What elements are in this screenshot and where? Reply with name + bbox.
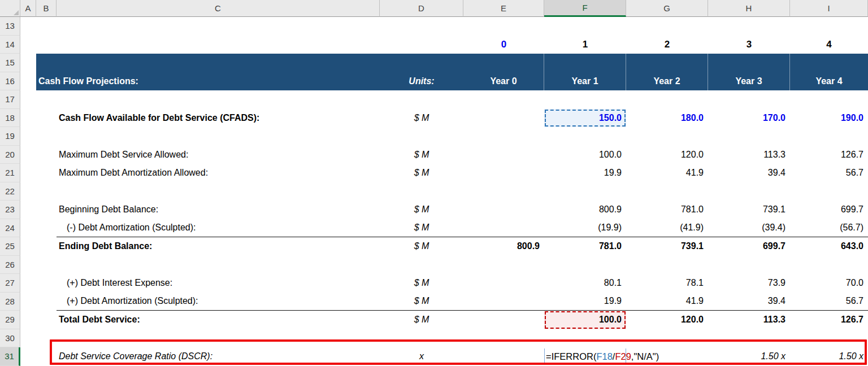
cell-E16[interactable]: Year 0 bbox=[463, 72, 544, 91]
row-header-21[interactable]: 21 bbox=[0, 164, 20, 182]
cell-B28[interactable] bbox=[36, 293, 57, 311]
cell-H20[interactable]: 113.3 bbox=[708, 146, 790, 164]
cell-C30[interactable] bbox=[57, 329, 380, 348]
cell-C27[interactable]: (+) Debt Interest Expense: bbox=[57, 274, 380, 293]
cell-C26[interactable] bbox=[57, 256, 380, 274]
cell-B26[interactable] bbox=[36, 256, 57, 274]
cell-I31[interactable]: 1.50 x bbox=[790, 347, 868, 366]
cell-D18[interactable]: $ M bbox=[380, 109, 463, 128]
cell-B23[interactable] bbox=[36, 201, 57, 219]
cell-F17[interactable] bbox=[544, 90, 626, 109]
cell-H25[interactable]: 699.7 bbox=[708, 237, 790, 256]
row-header-22[interactable]: 22 bbox=[0, 182, 20, 201]
cell-A31[interactable] bbox=[20, 347, 36, 366]
cell-I19[interactable] bbox=[790, 127, 868, 146]
cell-B18[interactable] bbox=[36, 109, 57, 128]
cell-F22[interactable] bbox=[544, 182, 626, 201]
cell-E13[interactable] bbox=[463, 17, 544, 36]
cell-D28[interactable]: $ M bbox=[380, 293, 463, 311]
cell-E22[interactable] bbox=[463, 182, 544, 201]
cell-G28[interactable]: 41.9 bbox=[626, 293, 708, 311]
cell-H23[interactable]: 739.1 bbox=[708, 201, 790, 219]
cell-G19[interactable] bbox=[626, 127, 708, 146]
cell-E25[interactable]: 800.9 bbox=[463, 237, 544, 256]
cell-C28[interactable]: (+) Debt Amortization (Sculpted): bbox=[57, 293, 380, 311]
cell-F13[interactable] bbox=[544, 17, 626, 36]
cell-F15[interactable] bbox=[544, 54, 626, 72]
cell-A15[interactable] bbox=[20, 54, 36, 72]
cell-E28[interactable] bbox=[463, 293, 544, 311]
cell-D25[interactable]: $ M bbox=[380, 237, 463, 256]
select-all-corner[interactable] bbox=[0, 0, 20, 17]
row-header-15[interactable]: 15 bbox=[0, 54, 20, 72]
cell-D23[interactable]: $ M bbox=[380, 201, 463, 219]
cell-B29[interactable] bbox=[36, 311, 57, 329]
cell-C17[interactable] bbox=[57, 90, 380, 109]
cell-E21[interactable] bbox=[463, 164, 544, 182]
cell-G23[interactable]: 781.0 bbox=[626, 201, 708, 219]
cell-H14[interactable]: 3 bbox=[708, 36, 790, 54]
cell-C20[interactable]: Maximum Debt Service Allowed: bbox=[57, 146, 380, 164]
cell-I30[interactable] bbox=[790, 329, 868, 348]
cell-A26[interactable] bbox=[20, 256, 36, 274]
cell-E26[interactable] bbox=[463, 256, 544, 274]
cell-G24[interactable]: (41.9) bbox=[626, 219, 708, 238]
cell-H16[interactable]: Year 3 bbox=[708, 72, 790, 91]
cell-H13[interactable] bbox=[708, 17, 790, 36]
cell-E17[interactable] bbox=[463, 90, 544, 109]
cell-A30[interactable] bbox=[20, 329, 36, 348]
column-header-G[interactable]: G bbox=[626, 0, 708, 17]
cell-D29[interactable]: $ M bbox=[380, 311, 463, 329]
cell-A22[interactable] bbox=[20, 182, 36, 201]
cell-I27[interactable]: 70.0 bbox=[790, 274, 868, 293]
cell-H26[interactable] bbox=[708, 256, 790, 274]
cell-G20[interactable]: 120.0 bbox=[626, 146, 708, 164]
cell-B16[interactable]: Cash Flow Projections: bbox=[36, 72, 57, 91]
cell-B21[interactable] bbox=[36, 164, 57, 182]
cell-D13[interactable] bbox=[380, 17, 463, 36]
cell-G13[interactable] bbox=[626, 17, 708, 36]
row-header-26[interactable]: 26 bbox=[0, 256, 20, 274]
cell-B27[interactable] bbox=[36, 274, 57, 293]
cell-D14[interactable] bbox=[380, 36, 463, 54]
cell-H31[interactable]: 1.50 x bbox=[708, 347, 790, 366]
cell-D27[interactable]: $ M bbox=[380, 274, 463, 293]
cell-D17[interactable] bbox=[380, 90, 463, 109]
cell-F31[interactable]: =IFERROR(F18/F29,"N/A") bbox=[544, 347, 626, 366]
cell-A13[interactable] bbox=[20, 17, 36, 36]
cell-H19[interactable] bbox=[708, 127, 790, 146]
cell-A18[interactable] bbox=[20, 109, 36, 128]
cell-H24[interactable]: (39.4) bbox=[708, 219, 790, 238]
cell-G29[interactable]: 120.0 bbox=[626, 311, 708, 329]
cell-E27[interactable] bbox=[463, 274, 544, 293]
cell-E19[interactable] bbox=[463, 127, 544, 146]
row-header-20[interactable]: 20 bbox=[0, 146, 20, 164]
cell-D26[interactable] bbox=[380, 256, 463, 274]
cell-A19[interactable] bbox=[20, 127, 36, 146]
cell-I20[interactable]: 126.7 bbox=[790, 146, 868, 164]
row-header-30[interactable]: 30 bbox=[0, 329, 20, 348]
cell-C13[interactable] bbox=[57, 17, 380, 36]
cell-G15[interactable] bbox=[626, 54, 708, 72]
cell-I18[interactable]: 190.0 bbox=[790, 109, 868, 128]
row-header-16[interactable]: 16 bbox=[0, 72, 20, 91]
cell-D31[interactable]: x bbox=[380, 347, 463, 366]
cell-F19[interactable] bbox=[544, 127, 626, 146]
cell-G21[interactable]: 41.9 bbox=[626, 164, 708, 182]
cell-G25[interactable]: 739.1 bbox=[626, 237, 708, 256]
cell-F21[interactable]: 19.9 bbox=[544, 164, 626, 182]
cell-C22[interactable] bbox=[57, 182, 380, 201]
cell-D22[interactable] bbox=[380, 182, 463, 201]
cell-G17[interactable] bbox=[626, 90, 708, 109]
cell-F14[interactable]: 1 bbox=[544, 36, 626, 54]
row-header-13[interactable]: 13 bbox=[0, 17, 20, 36]
cell-H17[interactable] bbox=[708, 90, 790, 109]
cell-C19[interactable] bbox=[57, 127, 380, 146]
cell-I22[interactable] bbox=[790, 182, 868, 201]
cell-C15[interactable] bbox=[57, 54, 380, 72]
cell-E14[interactable]: 0 bbox=[463, 36, 544, 54]
cell-C24[interactable]: (-) Debt Amortization (Sculpted): bbox=[57, 219, 380, 238]
cell-H18[interactable]: 170.0 bbox=[708, 109, 790, 128]
cell-A20[interactable] bbox=[20, 146, 36, 164]
cell-G27[interactable]: 78.1 bbox=[626, 274, 708, 293]
